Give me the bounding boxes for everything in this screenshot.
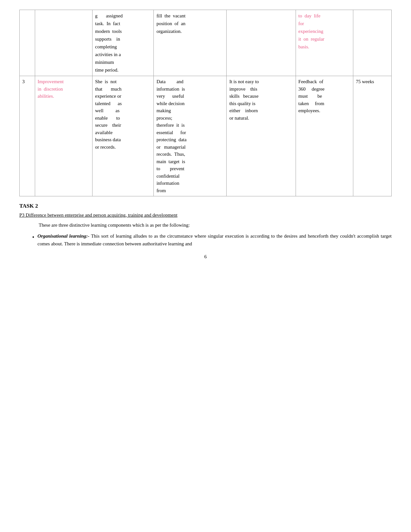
bullet-content-1: This sort of learning alludes to as the … bbox=[37, 233, 392, 246]
cell-itis-1 bbox=[227, 10, 296, 76]
bullet-text-1: Organisational learning:- This sort of l… bbox=[37, 232, 392, 248]
cell-itis-2: It is not easy to improve this skills be… bbox=[227, 76, 296, 196]
task2-intro: These are three distinctive learning com… bbox=[39, 221, 392, 229]
table-row: 3 Improvement in discretion abilities. S… bbox=[20, 76, 392, 196]
task2-subheading: P3 Difference between enterprise and per… bbox=[19, 212, 392, 218]
main-table: g assigned task. In fact modern tools su… bbox=[19, 10, 392, 196]
bullet-item-1: • Organisational learning:- This sort of… bbox=[32, 232, 392, 248]
cell-she-2: She is not that much experience or talen… bbox=[93, 76, 154, 196]
cell-weeks-2: 75 weeks bbox=[353, 76, 392, 196]
bullet-list: • Organisational learning:- This sort of… bbox=[32, 232, 392, 248]
cell-feedback-1: to day life for experiencing it on regul… bbox=[296, 10, 353, 76]
cell-weeks-1 bbox=[353, 10, 392, 76]
bullet-dot-1: • bbox=[32, 233, 34, 242]
cell-num-2: 3 bbox=[20, 76, 35, 196]
task2-heading: TASK 2 bbox=[19, 203, 392, 209]
bullet-label-1: Organisational learning:- bbox=[37, 233, 89, 239]
cell-cat-1 bbox=[35, 10, 92, 76]
table-row: g assigned task. In fact modern tools su… bbox=[20, 10, 392, 76]
cell-num-1 bbox=[20, 10, 35, 76]
cell-feedback-2: Feedback of 360 degree must be taken fro… bbox=[296, 76, 353, 196]
cell-she-1: g assigned task. In fact modern tools su… bbox=[93, 10, 154, 76]
cell-data-1: fill the vacant position of an organizat… bbox=[154, 10, 227, 76]
page-number: 6 bbox=[19, 254, 392, 260]
cell-cat-2: Improvement in discretion abilities. bbox=[35, 76, 92, 196]
cell-data-2: Data and information is very useful whil… bbox=[154, 76, 227, 196]
